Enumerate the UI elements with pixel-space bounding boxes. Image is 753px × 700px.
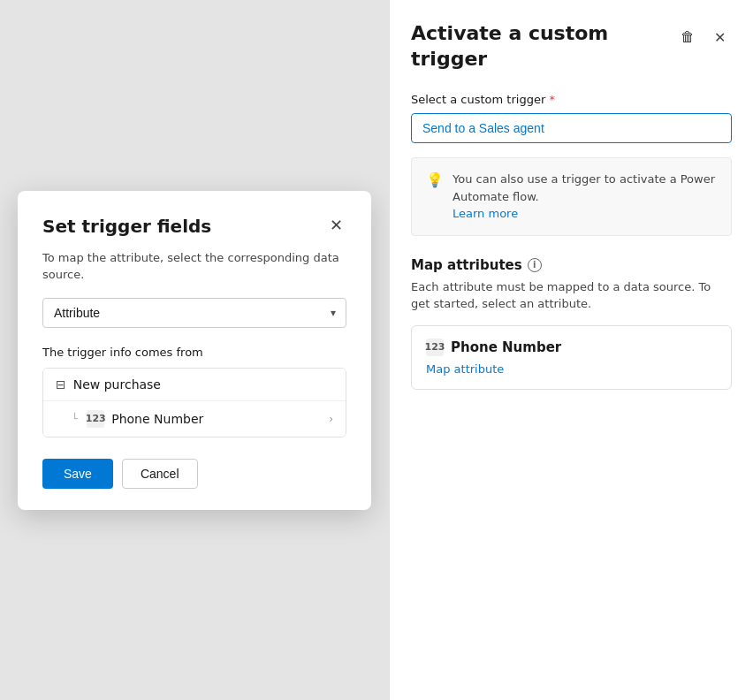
modal-actions: Save Cancel <box>42 459 346 489</box>
tree-parent-item: ⊟ New purchase <box>43 369 346 400</box>
trigger-tree: ⊟ New purchase └ 123 Phone Number › <box>42 368 346 438</box>
attribute-dropdown[interactable]: Attribute <box>42 298 346 328</box>
map-attributes-description: Each attribute must be mapped to a data … <box>411 278 732 313</box>
delete-icon: 🗑 <box>681 29 695 45</box>
attribute-card-header: 123 Phone Number <box>426 339 717 356</box>
set-trigger-fields-modal: Set trigger fields ✕ To map the attribut… <box>18 191 371 510</box>
info-circle-icon[interactable]: i <box>528 258 542 272</box>
map-attributes-section: Map attributes i Each attribute must be … <box>411 257 732 390</box>
cancel-button[interactable]: Cancel <box>122 459 198 489</box>
info-box: 💡 You can also use a trigger to activate… <box>411 157 732 236</box>
map-attributes-title: Map attributes i <box>411 257 732 273</box>
lightbulb-icon: 💡 <box>426 171 444 223</box>
tree-indent-icon: └ <box>72 413 78 425</box>
attribute-card: 123 Phone Number Map attribute <box>411 325 732 390</box>
save-button[interactable]: Save <box>42 459 113 489</box>
select-trigger-label: Select a custom trigger * <box>411 93 732 106</box>
modal-overlay: Set trigger fields ✕ To map the attribut… <box>0 0 389 700</box>
right-panel: Activate a custom trigger 🗑 ✕ Select a c… <box>389 0 753 700</box>
tree-parent-label: New purchase <box>73 377 161 392</box>
attribute-dropdown-wrapper: Attribute ▾ <box>42 298 346 328</box>
map-attribute-link[interactable]: Map attribute <box>426 362 504 376</box>
new-purchase-icon: ⊟ <box>56 377 66 392</box>
phone-number-tree-icon: 123 <box>87 410 104 428</box>
phone-number-icon: 123 <box>426 339 444 356</box>
trigger-input[interactable] <box>411 113 732 143</box>
trigger-info-label: The trigger info comes from <box>42 346 346 359</box>
info-box-text: You can also use a trigger to activate a… <box>453 171 717 223</box>
learn-more-link[interactable]: Learn more <box>453 207 518 220</box>
right-panel-title: Activate a custom trigger <box>411 21 675 72</box>
chevron-right-icon: › <box>329 413 333 425</box>
modal-title: Set trigger fields <box>42 216 211 237</box>
delete-button[interactable]: 🗑 <box>675 25 700 49</box>
right-panel-header: Activate a custom trigger 🗑 ✕ <box>411 21 732 72</box>
modal-header: Set trigger fields ✕ <box>42 216 346 237</box>
tree-child-label: Phone Number <box>111 412 203 426</box>
tree-child-item[interactable]: └ 123 Phone Number › <box>43 400 346 437</box>
attribute-name: Phone Number <box>451 339 561 355</box>
header-icons: 🗑 ✕ <box>675 25 732 49</box>
modal-description: To map the attribute, select the corresp… <box>42 249 346 284</box>
modal-close-button[interactable]: ✕ <box>326 216 346 235</box>
close-panel-button[interactable]: ✕ <box>707 25 732 49</box>
tree-child-left: └ 123 Phone Number <box>72 410 203 428</box>
close-icon: ✕ <box>714 29 726 46</box>
required-star: * <box>549 93 555 106</box>
